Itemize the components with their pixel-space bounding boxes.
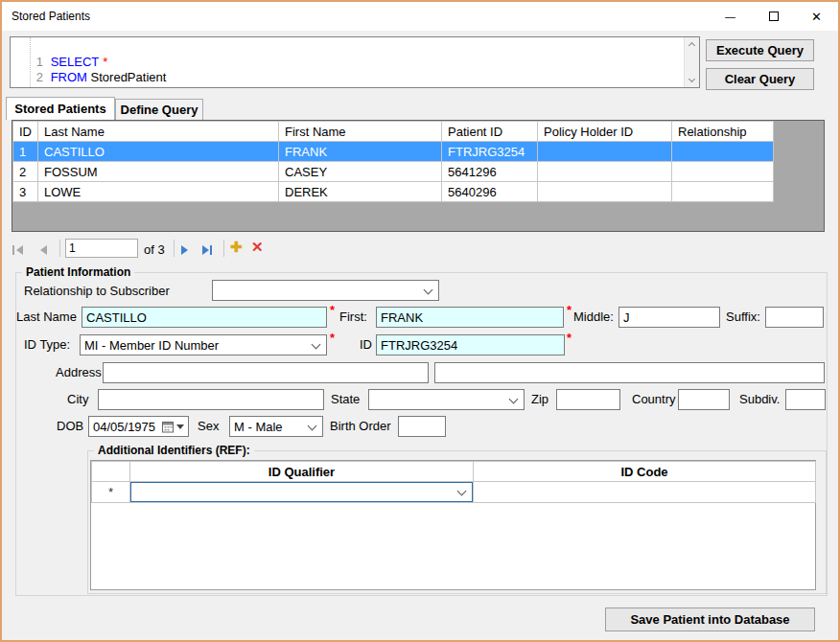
relationship-combobox[interactable] (212, 280, 439, 301)
cell-relationship[interactable] (672, 142, 774, 162)
last-name-label: Last Name (16, 310, 77, 324)
last-name-field[interactable] (82, 307, 327, 328)
subdivision-label: Subdiv. (739, 392, 780, 406)
cell-id[interactable]: 2 (13, 162, 38, 182)
zip-field[interactable] (556, 389, 620, 410)
delete-record-button[interactable]: ✕ (251, 240, 264, 254)
tab-stored-patients[interactable]: Stored Patients (6, 97, 115, 120)
required-marker: * (567, 303, 572, 317)
move-first-button[interactable] (12, 242, 24, 260)
group-legend: Patient Information (22, 265, 134, 279)
cell-relationship[interactable] (672, 162, 774, 182)
query-scrollbar[interactable] (684, 37, 699, 87)
cell-id-qualifier[interactable] (130, 482, 474, 503)
id-qualifier-combobox[interactable] (130, 482, 473, 502)
table-row[interactable]: 2 FOSSUM CASEY 5641296 (13, 162, 774, 182)
record-count-label: of 3 (144, 242, 165, 257)
close-button[interactable]: ✕ (795, 2, 838, 31)
cell-last-name[interactable]: FOSSUM (38, 162, 279, 182)
subdivision-field[interactable] (785, 389, 826, 410)
table-row[interactable]: 1 CASTILLO FRANK FTRJRG3254 (13, 142, 774, 162)
cell-patient-id[interactable]: FTRJRG3254 (442, 142, 538, 162)
suffix-label: Suffix: (726, 310, 760, 324)
tab-define-query[interactable]: Define Query (115, 99, 203, 120)
minimize-button[interactable]: — (709, 2, 752, 31)
cell-id[interactable]: 1 (13, 142, 38, 162)
cell-id-code[interactable] (474, 482, 816, 503)
toolbar-separator (223, 240, 224, 257)
column-header[interactable]: Last Name (38, 122, 279, 142)
state-combobox[interactable] (368, 389, 525, 410)
cell-first-name[interactable]: DEREK (279, 182, 442, 202)
scroll-up-icon[interactable] (688, 42, 695, 49)
new-row-indicator: * (92, 482, 130, 503)
cell-first-name[interactable]: FRANK (279, 142, 442, 162)
scroll-down-icon[interactable] (688, 76, 695, 82)
cell-policy-holder-id[interactable] (538, 142, 672, 162)
column-header[interactable]: Patient ID (442, 122, 538, 142)
move-next-button[interactable] (180, 242, 190, 260)
middle-name-label: Middle: (573, 310, 614, 324)
column-header[interactable]: ID Code (474, 462, 816, 482)
add-record-button[interactable]: ✚ (230, 240, 243, 254)
id-field[interactable] (376, 334, 565, 355)
table-header-row: ID Last Name First Name Patient ID Polic… (13, 122, 774, 142)
id-type-combobox[interactable]: MI - Member ID Number (80, 334, 327, 355)
birth-order-field[interactable] (398, 416, 446, 437)
clear-query-button[interactable]: Clear Query (706, 68, 814, 90)
table-row[interactable]: * (92, 482, 816, 503)
sex-combobox[interactable]: M - Male (229, 416, 323, 437)
sql-table-name: StoredPatient (87, 70, 166, 84)
calendar-icon (162, 421, 174, 433)
chevron-down-icon (457, 487, 467, 496)
birth-order-label: Birth Order (330, 419, 391, 433)
move-previous-button[interactable] (38, 242, 48, 260)
cell-last-name[interactable]: CASTILLO (38, 142, 279, 162)
cell-last-name[interactable]: LOWE (38, 182, 279, 202)
move-previous-icon (38, 244, 48, 256)
patient-information-group: Patient Information Relationship to Subs… (15, 272, 828, 596)
column-header[interactable]: First Name (279, 122, 442, 142)
cell-policy-holder-id[interactable] (538, 182, 672, 202)
minimize-icon: — (725, 11, 735, 22)
cell-relationship[interactable] (672, 182, 774, 202)
save-patient-button[interactable]: Save Patient into Database (605, 608, 815, 631)
move-last-button[interactable] (201, 242, 214, 260)
chevron-down-icon (312, 340, 321, 350)
sex-label: Sex (198, 419, 219, 433)
delete-icon: ✕ (251, 239, 264, 255)
column-header[interactable]: ID Qualifier (130, 462, 474, 482)
column-header[interactable]: Relationship (672, 122, 774, 142)
cell-first-name[interactable]: CASEY (279, 162, 442, 182)
datepicker-dropdown-button[interactable] (159, 419, 186, 434)
country-field[interactable] (678, 389, 730, 410)
sql-query-editor[interactable]: 1SELECT* 2FROM StoredPatient (10, 36, 700, 88)
table-header-row: ID Qualifier ID Code (92, 462, 816, 482)
additional-identifiers-group: Additional Identifiers (REF): ID Qualifi… (87, 450, 827, 594)
column-header[interactable]: ID (13, 122, 38, 142)
address-line2-field[interactable] (434, 362, 825, 383)
cell-patient-id[interactable]: 5641296 (442, 162, 538, 182)
identifiers-table: ID Qualifier ID Code * (91, 461, 816, 503)
middle-name-field[interactable] (618, 307, 720, 328)
execute-query-button[interactable]: Execute Query (706, 39, 814, 61)
cell-id[interactable]: 3 (13, 182, 38, 202)
group-legend: Additional Identifiers (REF): (94, 444, 254, 457)
first-name-field[interactable] (376, 307, 564, 328)
record-position-input[interactable] (65, 239, 138, 258)
city-label: City (67, 392, 88, 406)
city-field[interactable] (98, 389, 324, 410)
dob-label: DOB (57, 419, 83, 433)
address-line1-field[interactable] (103, 362, 429, 383)
suffix-field[interactable] (765, 307, 824, 328)
window-title: Stored Patients (12, 2, 90, 31)
identifiers-table-panel: ID Qualifier ID Code * (90, 460, 816, 590)
cell-policy-holder-id[interactable] (538, 162, 672, 182)
column-header[interactable]: Policy Holder ID (538, 122, 672, 142)
cell-patient-id[interactable]: 5640296 (442, 182, 538, 202)
title-bar: Stored Patients — ✕ (2, 2, 838, 31)
address-label: Address (56, 365, 102, 379)
table-row[interactable]: 3 LOWE DEREK 5640296 (13, 182, 774, 202)
maximize-button[interactable] (752, 2, 795, 31)
dob-datepicker[interactable]: 04/05/1975 (88, 416, 189, 437)
